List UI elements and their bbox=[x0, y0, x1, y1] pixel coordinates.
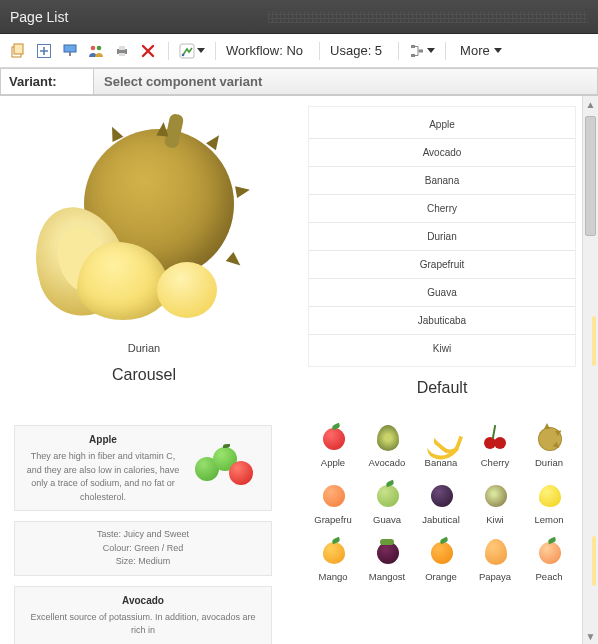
more-button[interactable]: More bbox=[460, 43, 502, 58]
chevron-down-icon bbox=[197, 48, 205, 53]
grid-tile-grapefruit[interactable]: Grapefru bbox=[310, 480, 356, 525]
variant-label: Variant: bbox=[0, 68, 94, 95]
jabuticaba-icon bbox=[426, 480, 456, 510]
toolbar: Workflow: No Usage: 5 More bbox=[0, 34, 598, 68]
card-body: Excellent source of potassium. In additi… bbox=[23, 611, 263, 638]
variant-bar: Variant: Select component variant bbox=[0, 68, 598, 96]
users-icon[interactable] bbox=[86, 41, 106, 61]
print-icon[interactable] bbox=[112, 41, 132, 61]
grapefruit-icon bbox=[318, 480, 348, 510]
tile-label: Mango bbox=[310, 571, 356, 582]
default-list-preview[interactable]: AppleAvocadoBananaCherryDurianGrapefruit… bbox=[308, 106, 576, 367]
separator bbox=[445, 42, 446, 60]
default-title: Default bbox=[417, 379, 468, 397]
separator bbox=[215, 42, 216, 60]
new-page-icon[interactable] bbox=[8, 41, 28, 61]
guava-icon bbox=[372, 480, 402, 510]
tile-label: Peach bbox=[526, 571, 572, 582]
separator bbox=[398, 42, 399, 60]
chevron-down-icon bbox=[494, 48, 502, 53]
card-title: Apple bbox=[23, 432, 183, 447]
svg-rect-11 bbox=[411, 45, 415, 48]
svg-point-5 bbox=[97, 45, 102, 50]
carousel-title: Carousel bbox=[112, 366, 176, 384]
icon-grid-preview[interactable]: AppleAvocadoBananaCherryDurianGrapefruGu… bbox=[306, 419, 576, 582]
cherry-icon bbox=[480, 423, 510, 453]
tree-icon[interactable] bbox=[409, 41, 435, 61]
tile-label: Apple bbox=[310, 457, 356, 468]
scroll-thumb[interactable] bbox=[585, 116, 596, 236]
grid-tile-lemon[interactable]: Lemon bbox=[526, 480, 572, 525]
list-item[interactable]: Apple bbox=[309, 111, 575, 139]
svg-point-10 bbox=[182, 53, 185, 56]
card-body: They are high in fiber and vitamin C, an… bbox=[23, 450, 183, 504]
list-item[interactable]: Banana bbox=[309, 167, 575, 195]
vertical-scrollbar[interactable]: ▲ ▼ bbox=[582, 96, 598, 644]
scroll-marker bbox=[592, 316, 596, 366]
list-item[interactable]: Durian bbox=[309, 223, 575, 251]
carousel-caption: Durian bbox=[10, 342, 278, 354]
peach-icon bbox=[534, 537, 564, 567]
svg-rect-12 bbox=[411, 54, 415, 57]
grid-tile-guava[interactable]: Guava bbox=[364, 480, 410, 525]
grid-tile-orange[interactable]: Orange bbox=[418, 537, 464, 582]
mangosteen-icon bbox=[372, 537, 402, 567]
title-bar: Page List bbox=[0, 0, 598, 34]
canvas-wrap: Durian Carousel AppleAvocadoBananaCherry… bbox=[0, 96, 598, 644]
card-list-preview[interactable]: Apple They are high in fiber and vitamin… bbox=[10, 419, 276, 644]
grid-tile-papaya[interactable]: Papaya bbox=[472, 537, 518, 582]
grid-tile-banana[interactable]: Banana bbox=[418, 423, 464, 468]
list-item[interactable]: Grapefruit bbox=[309, 251, 575, 279]
separator bbox=[168, 42, 169, 60]
tile-label: Jabutical bbox=[418, 514, 464, 525]
svg-rect-7 bbox=[119, 46, 125, 50]
preview-canvas: Durian Carousel AppleAvocadoBananaCherry… bbox=[0, 96, 582, 644]
scroll-up-icon[interactable]: ▲ bbox=[583, 96, 598, 112]
apple-icon bbox=[318, 423, 348, 453]
durian-hero-image bbox=[29, 114, 259, 334]
grid-tile-mango[interactable]: Mango bbox=[310, 537, 356, 582]
workflow-label[interactable]: Workflow: No bbox=[226, 43, 303, 58]
usage-label[interactable]: Usage: 5 bbox=[330, 43, 382, 58]
avocado-icon bbox=[372, 423, 402, 453]
grid-tile-jabuticaba[interactable]: Jabutical bbox=[418, 480, 464, 525]
list-item[interactable]: Kiwi bbox=[309, 335, 575, 362]
svg-rect-3 bbox=[64, 45, 76, 52]
delete-icon[interactable] bbox=[138, 41, 158, 61]
card-title: Avocado bbox=[23, 593, 263, 608]
carousel-preview[interactable]: Durian bbox=[10, 106, 278, 354]
card-apple-meta[interactable]: Taste: Juicy and Sweet Colour: Green / R… bbox=[14, 521, 272, 576]
more-label: More bbox=[460, 43, 490, 58]
list-item[interactable]: Avocado bbox=[309, 139, 575, 167]
chevron-down-icon bbox=[427, 48, 435, 53]
add-icon[interactable] bbox=[34, 41, 54, 61]
svg-rect-13 bbox=[419, 49, 423, 52]
tile-label: Mangost bbox=[364, 571, 410, 582]
apple-thumb-image bbox=[191, 439, 263, 497]
list-item[interactable]: Guava bbox=[309, 279, 575, 307]
variant-select[interactable]: Select component variant bbox=[94, 68, 598, 95]
grid-tile-kiwi[interactable]: Kiwi bbox=[472, 480, 518, 525]
grid-tile-avocado[interactable]: Avocado bbox=[364, 423, 410, 468]
grid-tile-cherry[interactable]: Cherry bbox=[472, 423, 518, 468]
list-item[interactable]: Cherry bbox=[309, 195, 575, 223]
drag-grip[interactable] bbox=[268, 11, 588, 23]
list-item[interactable]: Jabuticaba bbox=[309, 307, 575, 335]
grid-tile-mangosteen[interactable]: Mangost bbox=[364, 537, 410, 582]
grid-tile-peach[interactable]: Peach bbox=[526, 537, 572, 582]
window-title: Page List bbox=[10, 9, 68, 25]
scroll-down-icon[interactable]: ▼ bbox=[583, 628, 598, 644]
card-avocado[interactable]: Avocado Excellent source of potassium. I… bbox=[14, 586, 272, 645]
tile-label: Papaya bbox=[472, 571, 518, 582]
tile-label: Grapefru bbox=[310, 514, 356, 525]
tile-label: Cherry bbox=[472, 457, 518, 468]
durian-icon bbox=[534, 423, 564, 453]
variant-label-text: Variant: bbox=[9, 74, 57, 89]
paint-icon[interactable] bbox=[60, 41, 80, 61]
grid-tile-durian[interactable]: Durian bbox=[526, 423, 572, 468]
flag-status-icon[interactable] bbox=[179, 41, 205, 61]
grid-tile-apple[interactable]: Apple bbox=[310, 423, 356, 468]
card-apple[interactable]: Apple They are high in fiber and vitamin… bbox=[14, 425, 272, 511]
orange-icon bbox=[426, 537, 456, 567]
tile-label: Avocado bbox=[364, 457, 410, 468]
